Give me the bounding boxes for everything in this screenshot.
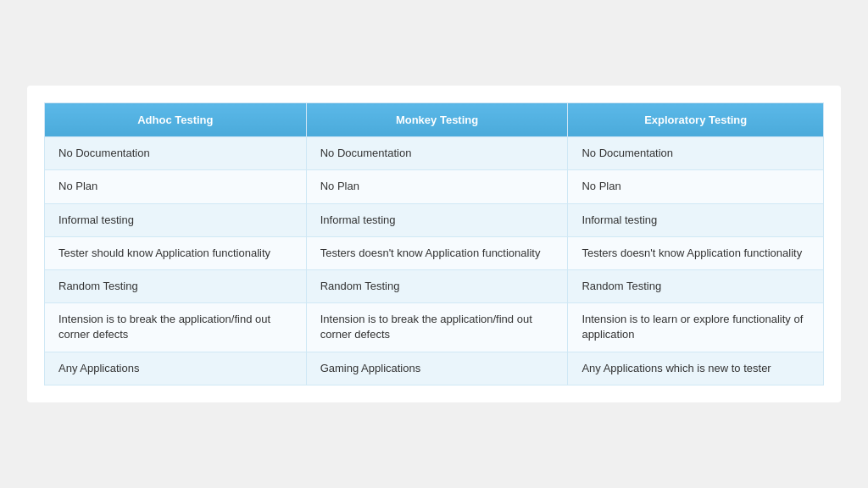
cell-row0-col3: No Documentation [568,137,824,170]
cell-row6-col2: Gaming Applications [306,352,568,385]
cell-row1-col1: No Plan [45,170,307,203]
table-row: Random TestingRandom TestingRandom Testi… [45,270,824,303]
table-row: Tester should know Application functiona… [45,236,824,269]
table-row: No DocumentationNo DocumentationNo Docum… [45,137,824,170]
cell-row4-col3: Random Testing [568,270,824,303]
cell-row2-col2: Informal testing [306,203,568,236]
cell-row4-col1: Random Testing [45,270,307,303]
cell-row2-col3: Informal testing [568,203,824,236]
comparison-table: Adhoc Testing Monkey Testing Exploratory… [44,103,824,385]
cell-row5-col2: Intension is to break the application/fi… [306,303,568,352]
cell-row3-col2: Testers doesn't know Application functio… [306,236,568,269]
cell-row0-col2: No Documentation [306,137,568,170]
cell-row3-col1: Tester should know Application functiona… [45,236,307,269]
cell-row6-col1: Any Applications [45,352,307,385]
cell-row5-col1: Intension is to break the application/fi… [45,303,307,352]
cell-row0-col1: No Documentation [45,137,307,170]
cell-row1-col2: No Plan [306,170,568,203]
table-row: Any ApplicationsGaming ApplicationsAny A… [45,352,824,385]
table-row: Intension is to break the application/fi… [45,303,824,352]
table-row: Informal testingInformal testingInformal… [45,203,824,236]
header-adhoc: Adhoc Testing [45,103,307,137]
page-wrapper: Adhoc Testing Monkey Testing Exploratory… [27,86,841,402]
cell-row5-col3: Intension is to learn or explore functio… [568,303,824,352]
table-header-row: Adhoc Testing Monkey Testing Exploratory… [45,103,824,137]
cell-row6-col3: Any Applications which is new to tester [568,352,824,385]
cell-row1-col3: No Plan [568,170,824,203]
header-exploratory: Exploratory Testing [568,103,824,137]
header-monkey: Monkey Testing [306,103,568,137]
cell-row4-col2: Random Testing [306,270,568,303]
table-row: No PlanNo PlanNo Plan [45,170,824,203]
cell-row3-col3: Testers doesn't know Application functio… [568,236,824,269]
cell-row2-col1: Informal testing [45,203,307,236]
